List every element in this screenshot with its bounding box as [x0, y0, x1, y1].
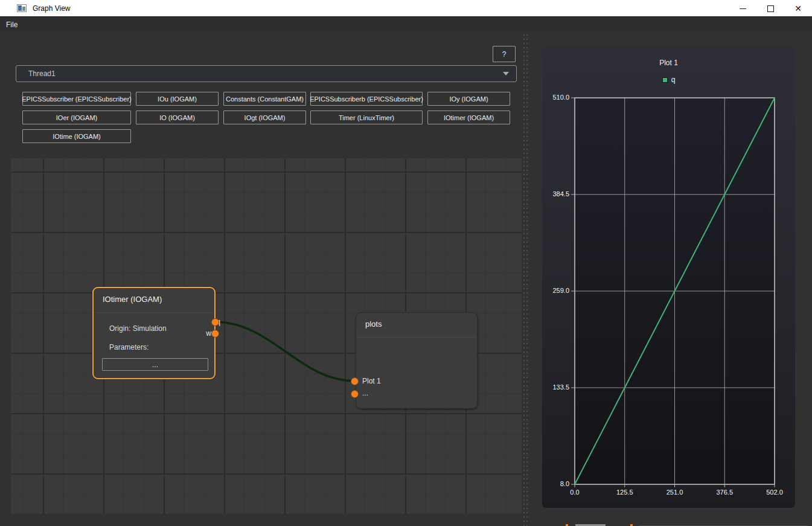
palette-button-ioer[interactable]: IOer (IOGAM)	[22, 111, 131, 124]
x-tick-label: 125.5	[607, 489, 643, 496]
node-iotimer-title: IOtimer (IOGAM)	[94, 288, 214, 304]
chevron-down-icon	[503, 72, 509, 75]
input-port-plot1[interactable]	[351, 377, 359, 385]
node-canvas[interactable]: IOtimer (IOGAM) Origin: Simulation Param…	[11, 158, 522, 514]
node-plots-title: plots	[356, 313, 477, 329]
help-button[interactable]: ?	[493, 46, 516, 62]
app-icon	[17, 4, 27, 12]
node-params-button[interactable]: ...	[102, 358, 208, 371]
y-tick-label: 133.5	[542, 383, 569, 391]
close-icon: ✕	[794, 4, 802, 13]
palette-button-epicssubscriberb[interactable]: EPICSSubscriberb (EPICSSubscriber)	[310, 92, 423, 106]
node-origin-label: Origin: Simulation	[109, 324, 167, 333]
plot-legend: q	[542, 75, 795, 84]
thread-selector-value: Thread1	[28, 69, 503, 78]
node-divider	[357, 337, 476, 338]
maximize-icon	[767, 5, 774, 12]
node-plots[interactable]: plots	[356, 312, 478, 409]
menu-file[interactable]: File	[0, 18, 24, 31]
palette-button-iou[interactable]: IOu (IOGAM)	[136, 92, 219, 106]
pane-splitter[interactable]	[523, 31, 529, 526]
palette-button-iotimer[interactable]: IOtimer (IOGAM)	[427, 111, 510, 124]
palette-button-ioy[interactable]: IOy (IOGAM)	[427, 92, 510, 106]
plot-chart	[542, 47, 795, 508]
minimize-icon	[740, 8, 746, 9]
window-controls: ✕	[729, 0, 812, 17]
y-tick-label: 384.5	[542, 190, 569, 197]
palette-button-iogt[interactable]: IOgt (IOGAM)	[223, 111, 306, 124]
input-port-label-plot1: Plot 1	[362, 377, 381, 385]
palette-button-constants[interactable]: Constants (ConstantGAM)	[223, 92, 306, 106]
output-port-q[interactable]	[211, 318, 219, 326]
output-port-wr[interactable]	[211, 330, 219, 338]
close-button[interactable]: ✕	[784, 0, 812, 17]
app-window: Graph View ✕ File ? Thread1 EPICSSubscri…	[0, 0, 812, 526]
node-parameters-label: Parameters:	[109, 343, 149, 351]
thread-selector[interactable]: Thread1	[16, 65, 517, 82]
window-title: Graph View	[33, 4, 70, 13]
minimize-button[interactable]	[729, 0, 756, 17]
maximize-button[interactable]	[756, 0, 784, 17]
legend-swatch	[662, 77, 668, 83]
node-divider	[94, 312, 214, 313]
x-tick-label: 376.5	[706, 489, 743, 496]
legend-label: q	[671, 75, 676, 84]
plot-panel: Plot 1 q 8.0133.5259.0384.5510.00.0125.5…	[542, 47, 795, 508]
menu-bar: File	[0, 18, 812, 31]
y-tick-label: 8.0	[542, 480, 569, 487]
input-port-more[interactable]	[351, 390, 359, 398]
x-tick-label: 0.0	[557, 489, 593, 496]
plot-title: Plot 1	[542, 59, 795, 67]
y-tick-label: 510.0	[542, 94, 569, 101]
node-iotimer[interactable]: IOtimer (IOGAM) Origin: Simulation Param…	[92, 287, 216, 379]
y-tick-label: 259.0	[542, 287, 569, 294]
title-bar: Graph View ✕	[0, 0, 812, 17]
x-tick-label: 251.0	[657, 489, 693, 496]
x-tick-label: 502.0	[756, 489, 793, 496]
palette-button-timer[interactable]: Timer (LinuxTimer)	[310, 111, 423, 124]
palette-button-epicssubscriber[interactable]: EPICSSubscriber (EPICSSubscriber)	[22, 92, 131, 106]
input-port-label-more: ...	[362, 389, 368, 397]
palette-button-iotime[interactable]: IOtime (IOGAM)	[22, 129, 131, 143]
palette-button-io[interactable]: IO (IOGAM)	[136, 111, 219, 124]
